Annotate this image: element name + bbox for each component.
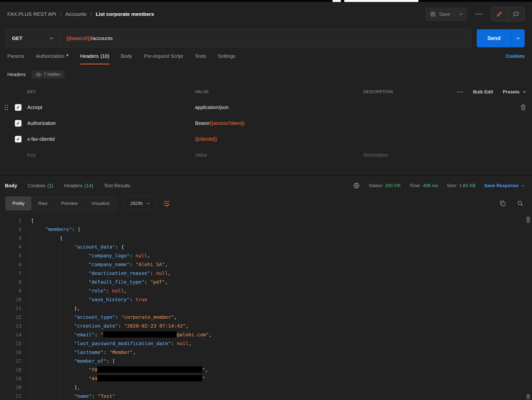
more-options-button[interactable] [474, 13, 484, 15]
hidden-headers-toggle[interactable]: 7 hidden [32, 70, 65, 79]
row-controls [0, 100, 22, 115]
copy-response-button[interactable] [500, 200, 506, 207]
new-description-input[interactable]: Description [358, 147, 532, 163]
status-value: 200 OK [385, 183, 401, 188]
chevron-down-icon [459, 13, 463, 15]
tab-settings[interactable]: Settings [218, 53, 235, 64]
response-tab-cookies[interactable]: Cookies (1) [28, 183, 53, 189]
response-tab-headers[interactable]: Headers (14) [64, 183, 93, 189]
tab-headers[interactable]: Headers (10) [80, 53, 109, 64]
eye-icon [36, 73, 41, 77]
table-more-actions-icon[interactable] [457, 91, 463, 93]
redaction-box [103, 331, 177, 338]
redaction-box [97, 375, 202, 381]
save-options-button[interactable] [455, 10, 467, 18]
save-response-button[interactable]: Save Response [484, 183, 525, 188]
delete-row-icon[interactable] [520, 104, 526, 110]
response-header: Body Cookies (1) Headers (14) Test Resul… [0, 177, 532, 195]
save-button[interactable]: Save [425, 7, 455, 21]
save-response-label: Save Response [484, 183, 519, 188]
view-preview-button[interactable]: Preview [54, 197, 85, 210]
new-key-input[interactable]: Key [22, 147, 189, 163]
header-value-cell[interactable]: {{clientId}} [189, 131, 358, 147]
header-description-cell[interactable] [358, 131, 532, 147]
row-checkbox[interactable] [15, 136, 21, 142]
view-mode-segmented-control: Pretty Raw Preview Visualize [5, 196, 117, 210]
time-value: 498 ms [423, 183, 438, 188]
tab-body[interactable]: Body [121, 53, 132, 64]
row-checkbox[interactable] [15, 104, 21, 111]
network-icon[interactable] [353, 182, 360, 189]
chevron-down-icon [521, 185, 525, 187]
code-line: 19"44" [0, 374, 532, 383]
view-pretty-button[interactable]: Pretty [6, 197, 31, 210]
bulk-edit-button[interactable]: Bulk Edit [473, 89, 493, 95]
header-key-cell[interactable]: Authorization [22, 115, 189, 131]
response-tab-test-results[interactable]: Test Results [104, 183, 130, 189]
search-response-button[interactable] [517, 200, 524, 207]
header-description-cell[interactable] [358, 115, 532, 131]
response-status: Status: 200 OK [369, 183, 401, 188]
view-visualize-button[interactable]: Visualize [84, 197, 117, 210]
breadcrumb-separator: / [60, 11, 61, 17]
size-value: 1.82 KB [459, 183, 476, 188]
format-select[interactable]: JSON [125, 197, 156, 210]
view-raw-button[interactable]: Raw [31, 197, 54, 210]
method-select[interactable]: GET [5, 29, 60, 47]
header-value-cell[interactable]: application/json [189, 100, 358, 115]
scrollbar-thumb[interactable] [526, 217, 530, 223]
redaction-box [97, 366, 202, 373]
response-size: Size: 1.82 KB [447, 183, 476, 188]
header-description-cell[interactable] [358, 100, 532, 115]
wrap-lines-button[interactable] [163, 200, 170, 207]
url-variable: {{baseUrl}} [66, 35, 91, 41]
cookies-link[interactable]: Cookies [506, 53, 525, 64]
tab-label: Test Results [104, 183, 130, 189]
presets-dropdown[interactable]: Presets [503, 89, 526, 95]
response-tab-body[interactable]: Body [5, 183, 17, 189]
code-line: 18"f0", [0, 365, 532, 374]
tab-params[interactable]: Params [7, 53, 24, 64]
pane-resize-divider[interactable] [0, 174, 532, 177]
breadcrumb-folder[interactable]: Accounts [65, 11, 86, 17]
code-line: 6"company_name": "Alohi SA", [0, 260, 532, 269]
url-input[interactable]: {{baseUrl}}/accounts [60, 29, 471, 47]
tab-tests[interactable]: Tests [195, 53, 206, 64]
tab-pre-request-script[interactable]: Pre-request Script [144, 53, 183, 64]
format-label: JSON [130, 201, 143, 206]
new-header-row: Key Value Description [0, 147, 532, 163]
headers-section-header: Headers 7 hidden [0, 64, 532, 84]
app-window: FAX.PLUS REST API / Accounts / List corp… [0, 0, 532, 400]
code-line: 7"deactivation_reason": null, [0, 269, 532, 278]
table-row: x-fax-clientid {{clientId}} [0, 131, 532, 147]
code-line: 15"last_password_modification_date": nul… [0, 339, 532, 348]
new-row-controls [0, 147, 22, 163]
send-button[interactable]: Send [477, 29, 511, 47]
tab-label: Tests [195, 53, 206, 59]
header-key-cell[interactable]: Accept [22, 100, 189, 115]
comments-button[interactable] [508, 7, 524, 21]
response-toolbar-actions [500, 200, 524, 207]
window-tab-mark [333, 0, 341, 2]
row-checkbox[interactable] [15, 120, 21, 127]
response-body-viewer[interactable]: 1{2"members": [3{4"account_data": {5"com… [0, 215, 532, 400]
window-top-strip [0, 0, 532, 2]
code-line: 21"name": "Test" [0, 392, 532, 400]
send-button-label: Send [487, 35, 501, 41]
top-bar: FAX.PLUS REST API / Accounts / List corp… [0, 2, 532, 26]
send-options-button[interactable] [511, 29, 525, 47]
wrap-text-icon [163, 200, 170, 207]
code-line: 11}, [0, 304, 532, 313]
tab-authorization[interactable]: Authorization [36, 53, 69, 64]
tab-label: Authorization [36, 53, 64, 59]
column-header-value: VALUE [189, 84, 358, 100]
send-button-group: Send [477, 29, 525, 47]
header-key-cell[interactable]: x-fax-clientid [22, 131, 189, 147]
breadcrumb-collection[interactable]: FAX.PLUS REST API [7, 11, 56, 17]
edit-mode-button[interactable] [491, 7, 508, 21]
drag-handle-icon[interactable] [4, 104, 9, 111]
scrollbar-thumb-bottom[interactable] [526, 394, 530, 399]
new-value-input[interactable]: Value [189, 147, 358, 163]
code-line: 16"lastname": "Member", [0, 348, 532, 357]
header-value-cell[interactable]: Bearer {{accessToken}} [189, 115, 358, 131]
